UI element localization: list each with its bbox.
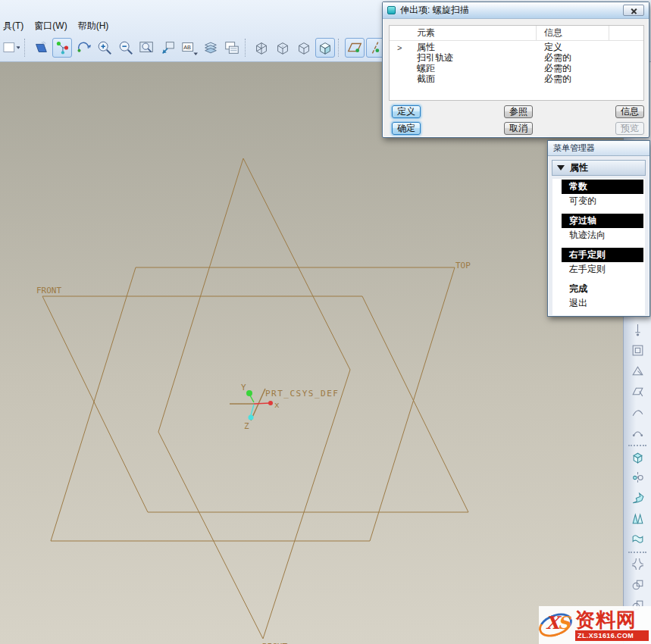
menu-manager: 菜单管理器 属性 常数可变的穿过轴轨迹法向右手定则左手定则完成退出 (547, 140, 650, 317)
menu-item-完成[interactable]: 完成 (562, 282, 643, 296)
sketch-tool-icon[interactable] (628, 341, 647, 360)
menu-item-左手定则[interactable]: 左手定则 (562, 262, 643, 277)
csys-axis-dot (268, 401, 273, 405)
menu-item-轨迹法向[interactable]: 轨迹法向 (562, 228, 643, 242)
element-table[interactable]: 元素 信息 > 属性 定义 扫引轨迹 必需的 螺距 必需的 截面 必需的 (389, 25, 644, 101)
watermark-site-name: 资料网 (575, 607, 637, 633)
datum-plane-top-label: TOP (455, 261, 471, 270)
menu-item-右手定则[interactable]: 右手定则 (562, 248, 643, 262)
menubar: 具(T) 窗口(W) 帮助(H) (0, 18, 116, 33)
datum-curve-tool-icon[interactable] (628, 423, 647, 442)
table-header-row: 元素 信息 (390, 26, 643, 41)
watermark: XS 资料网 ZL.XS1616.COM (539, 606, 651, 644)
repaint-icon[interactable] (31, 38, 51, 58)
chamfer-tool-icon[interactable] (628, 575, 647, 594)
menu-item-穿过轴[interactable]: 穿过轴 (562, 214, 643, 228)
preview-button: 预览 (615, 122, 644, 135)
sweep-tool-icon[interactable] (628, 489, 647, 508)
svg-text:AB: AB (183, 44, 191, 51)
watermark-logo: XS (546, 612, 568, 633)
define-button[interactable]: 定义 (392, 105, 421, 118)
refs-button[interactable]: 参照 (504, 105, 533, 118)
csys-axis-dot (246, 390, 252, 396)
main-toolbar: AB (0, 36, 387, 60)
menu-group-header[interactable]: 属性 (552, 160, 646, 176)
menu-help[interactable]: 帮助(H) (75, 18, 117, 34)
menu-item-常数[interactable]: 常数 (562, 180, 643, 194)
csys-axis-label: Y (241, 383, 246, 392)
graphics-viewport[interactable]: TOPFRONTRIGHTYxZPRT_CSYS_DEF (0, 62, 623, 644)
toolbar-separator (245, 39, 249, 57)
saved-views-icon[interactable]: AB (180, 38, 199, 58)
csys-axis-line (250, 395, 254, 402)
csys-name-label[interactable]: PRT_CSYS_DEF (265, 389, 339, 399)
refit-icon[interactable] (158, 38, 178, 58)
menu-item-list: 常数可变的穿过轴轨迹法向右手定则左手定则完成退出 (552, 179, 645, 315)
csys-axis-line (254, 403, 270, 404)
menu-item-退出[interactable]: 退出 (562, 296, 643, 311)
revolve-tool-icon[interactable] (628, 468, 647, 487)
toolbar-separator (24, 39, 28, 57)
info-button[interactable]: 信息 (615, 105, 644, 118)
menu-item-可变的[interactable]: 可变的 (562, 194, 643, 208)
extrude-tool-icon[interactable] (628, 448, 647, 467)
no-hidden-icon[interactable] (294, 38, 314, 58)
dialog-titlebar[interactable]: 伸出项: 螺旋扫描 (383, 2, 649, 19)
layers-icon[interactable] (201, 38, 221, 58)
wireframe-icon[interactable] (252, 38, 271, 58)
menu-tools[interactable]: 具(T) (0, 18, 31, 34)
csys-axis-label: x (274, 400, 280, 410)
ok-button[interactable]: 确定 (392, 122, 421, 135)
col-info: 信息 (537, 26, 609, 40)
datum-plane-right[interactable] (158, 158, 350, 639)
dialog-title: 伸出项: 螺旋扫描 (400, 4, 469, 17)
element-name: 截面 (409, 73, 537, 86)
watermark-domain: ZL.XS1616.COM (575, 630, 649, 641)
cancel-button[interactable]: 取消 (504, 122, 533, 135)
zoom-fit-icon[interactable] (137, 38, 157, 58)
datum-point-tool-icon[interactable] (628, 382, 647, 401)
view-manager-icon[interactable] (222, 38, 242, 58)
element-table-row[interactable]: 截面 必需的 (390, 73, 643, 83)
menu-manager-title[interactable]: 菜单管理器 (548, 141, 649, 156)
toolbar-separator (628, 552, 646, 553)
current-row-marker: > (390, 43, 409, 52)
col-element: 元素 (409, 26, 537, 40)
csys-axis-label: Z (244, 421, 249, 431)
boundary-blend-tool-icon[interactable] (628, 530, 647, 549)
toolbar-separator (338, 39, 342, 57)
view-list-combo[interactable] (2, 38, 21, 58)
helical-sweep-dialog: 伸出项: 螺旋扫描 元素 信息 > 属性 定义 扫引轨迹 必需的 螺距 必需的 … (382, 2, 649, 138)
element-table-row[interactable]: 螺距 必需的 (390, 62, 643, 73)
spin-center-icon[interactable] (52, 38, 72, 58)
dialog-icon (387, 6, 396, 14)
blend-tool-icon[interactable] (628, 509, 647, 528)
close-icon[interactable] (623, 5, 644, 16)
datum-axis-tool-icon[interactable] (628, 320, 647, 339)
round-tool-icon[interactable] (628, 555, 647, 574)
zoom-in-icon[interactable] (95, 38, 114, 58)
element-table-row[interactable]: 扫引轨迹 必需的 (390, 52, 643, 62)
chevron-down-icon (557, 165, 565, 170)
element-table-row[interactable]: > 属性 定义 (390, 41, 643, 52)
curve-tool-icon[interactable] (628, 402, 647, 421)
zoom-out-icon[interactable] (116, 38, 136, 58)
orient-mode-icon[interactable] (74, 38, 93, 58)
datum-plane-front-label: FRONT (36, 286, 61, 295)
csys-axis-dot (249, 415, 254, 420)
element-info: 必需的 (537, 73, 609, 86)
hidden-line-icon[interactable] (273, 38, 293, 58)
toolbar-separator (628, 445, 646, 446)
datum-planes-toggle-icon[interactable] (345, 38, 365, 58)
datum-plane-tool-icon[interactable] (628, 361, 647, 380)
csys-axis-line (251, 389, 265, 420)
menu-window[interactable]: 窗口(W) (31, 18, 74, 34)
shaded-icon[interactable] (315, 38, 335, 58)
